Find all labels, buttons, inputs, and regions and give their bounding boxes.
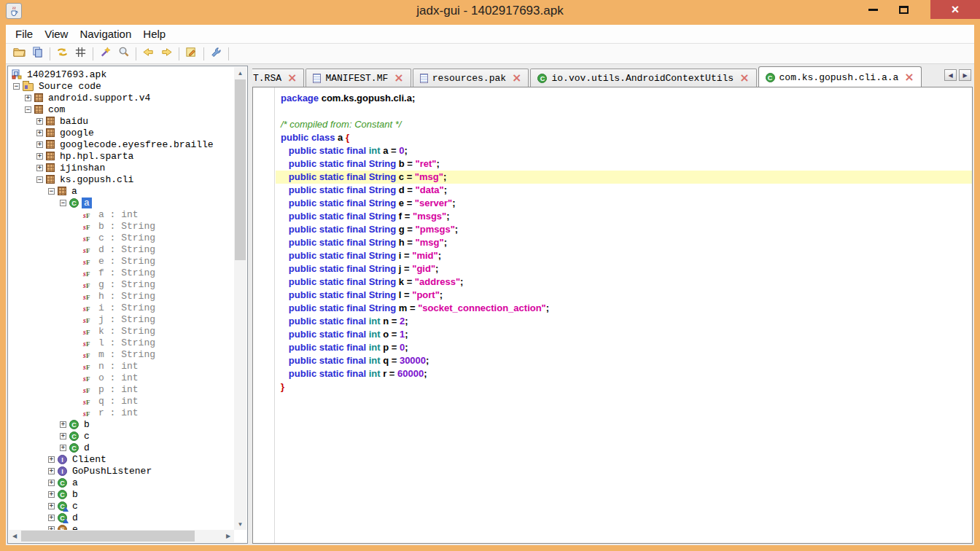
tree-node-baidu[interactable]: +baidu bbox=[9, 115, 234, 127]
expand-toggle-icon[interactable]: + bbox=[60, 433, 66, 439]
toolbar-preferences-button[interactable] bbox=[207, 45, 225, 62]
tree-node-1402917693.apk[interactable]: 1402917693.apk bbox=[9, 69, 234, 80]
expand-toggle-icon[interactable]: + bbox=[48, 468, 55, 474]
expand-toggle-icon[interactable]: + bbox=[25, 95, 31, 101]
menu-help[interactable]: Help bbox=[137, 26, 171, 42]
scroll-right-button[interactable]: ▶ bbox=[222, 530, 234, 542]
tab-close-icon[interactable]: × bbox=[512, 73, 521, 83]
toolbar-save-all-button[interactable] bbox=[28, 45, 47, 62]
toolbar-back-button[interactable] bbox=[139, 45, 158, 62]
tree-node-a[interactable]: −Ca bbox=[9, 197, 234, 208]
expand-toggle-icon[interactable]: + bbox=[60, 445, 66, 451]
scroll-down-button[interactable]: ▼ bbox=[234, 518, 246, 530]
expand-toggle-icon[interactable]: + bbox=[48, 515, 55, 521]
tree-node-google[interactable]: +google bbox=[9, 127, 234, 138]
expand-toggle-icon[interactable]: + bbox=[36, 153, 43, 160]
expand-toggle-icon[interactable]: + bbox=[60, 421, 66, 428]
expand-toggle-icon[interactable]: + bbox=[36, 141, 43, 148]
tree-node-b[interactable]: +Cb bbox=[9, 418, 234, 430]
tree-node-d-string[interactable]: sFd : String bbox=[9, 243, 234, 255]
tab-io.vov.utils.androidcontextutils[interactable]: Cio.vov.utils.AndroidContextUtils× bbox=[530, 69, 756, 87]
toolbar-flat-packages-button[interactable] bbox=[71, 45, 90, 62]
tree-horizontal-scrollbar[interactable]: ◀ ▶ bbox=[9, 530, 234, 542]
tab-scroll-left-button[interactable]: ◀ bbox=[944, 69, 957, 81]
menu-file[interactable]: File bbox=[9, 26, 39, 42]
code-line-highlighted: public static final String c = "msg"; bbox=[276, 171, 972, 184]
minimize-button[interactable] bbox=[859, 0, 887, 19]
tree-node-e-string[interactable]: sFe : String bbox=[9, 255, 234, 267]
tree-node-p-int[interactable]: sFp : int bbox=[9, 383, 234, 395]
tree-node-a[interactable]: −a bbox=[9, 185, 234, 197]
collapse-toggle-icon[interactable]: − bbox=[48, 188, 55, 195]
expand-toggle-icon[interactable]: + bbox=[36, 165, 43, 171]
tree-node-g-string[interactable]: sFg : String bbox=[9, 278, 234, 290]
tree-node-h-string[interactable]: sFh : String bbox=[9, 290, 234, 302]
tab-resources.pak[interactable]: resources.pak× bbox=[413, 69, 529, 87]
expand-toggle-icon[interactable]: + bbox=[36, 118, 43, 125]
tree-node-googlecode.eyesfree.braille[interactable]: +googlecode.eyesfree.braille bbox=[9, 138, 234, 150]
code-area[interactable]: package com.ks.gopush.cli.a; /* compiled… bbox=[276, 87, 972, 543]
collapse-toggle-icon[interactable]: − bbox=[60, 200, 66, 206]
tree-node-o-int[interactable]: sFo : int bbox=[9, 372, 234, 383]
tree-node-gopushlistener[interactable]: +IGoPushListener bbox=[9, 465, 234, 477]
tree-node-b[interactable]: +Cb bbox=[9, 488, 234, 500]
tab-close-icon[interactable]: × bbox=[904, 72, 914, 82]
toolbar-search-button[interactable] bbox=[114, 45, 133, 62]
tree-vertical-scrollbar[interactable]: ▲ ▼ bbox=[234, 67, 246, 530]
tree-node-c-string[interactable]: sFc : String bbox=[9, 232, 234, 243]
vertical-scroll-thumb[interactable] bbox=[235, 79, 246, 260]
menu-navigation[interactable]: Navigation bbox=[74, 26, 137, 42]
tab-t.rsa[interactable]: T.RSA× bbox=[252, 69, 304, 87]
expand-toggle-icon[interactable]: + bbox=[36, 130, 43, 136]
tab-com.ks.gopush.cli.a.a[interactable]: Ccom.ks.gopush.cli.a.a× bbox=[758, 66, 922, 87]
expand-toggle-icon[interactable]: + bbox=[48, 491, 55, 498]
tab-close-icon[interactable]: × bbox=[287, 73, 297, 83]
close-button[interactable]: × bbox=[930, 0, 980, 19]
toolbar-open-file-button[interactable] bbox=[10, 45, 28, 62]
horizontal-scroll-thumb[interactable] bbox=[21, 531, 195, 542]
tree-node-l-string[interactable]: sFl : String bbox=[9, 337, 234, 348]
tree-node-r-int[interactable]: sFr : int bbox=[9, 407, 234, 418]
tree-node-c[interactable]: +Cc bbox=[9, 500, 234, 512]
tree-node-hp.hpl.sparta[interactable]: +hp.hpl.sparta bbox=[9, 150, 234, 162]
toolbar-forward-button[interactable] bbox=[158, 45, 176, 62]
menu-view[interactable]: View bbox=[39, 26, 74, 42]
tree-node-d[interactable]: +Cd bbox=[9, 442, 234, 453]
scroll-up-button[interactable]: ▲ bbox=[234, 67, 246, 79]
scroll-left-button[interactable]: ◀ bbox=[9, 530, 20, 542]
collapse-toggle-icon[interactable]: − bbox=[36, 176, 43, 183]
toolbar-deobfuscation-button[interactable] bbox=[96, 45, 114, 62]
tree-node-com[interactable]: −com bbox=[9, 103, 234, 115]
tree-node-b-string[interactable]: sFb : String bbox=[9, 220, 234, 232]
tree-node-e[interactable]: +Ee bbox=[9, 523, 234, 530]
tree-node-k-string[interactable]: sFk : String bbox=[9, 325, 234, 337]
toolbar-sync-button[interactable] bbox=[53, 45, 71, 62]
code-editor[interactable]: package com.ks.gopush.cli.a; /* compiled… bbox=[252, 87, 973, 544]
tree-node-source-code[interactable]: −Source code bbox=[9, 80, 234, 92]
collapse-toggle-icon[interactable]: − bbox=[13, 83, 20, 90]
tree-node-client[interactable]: +IClient bbox=[9, 453, 234, 465]
tree-node-ijinshan[interactable]: +ijinshan bbox=[9, 162, 234, 173]
collapse-toggle-icon[interactable]: − bbox=[25, 106, 31, 113]
tree-node-android.support.v4[interactable]: +android.support.v4 bbox=[9, 92, 234, 103]
tree-node-d[interactable]: +Cd bbox=[9, 512, 234, 523]
tree-node-m-string[interactable]: sFm : String bbox=[9, 348, 234, 360]
toolbar-log-viewer-button[interactable] bbox=[182, 45, 201, 62]
tree-node-a-int[interactable]: sFa : int bbox=[9, 208, 234, 220]
tree-node-a[interactable]: +Ca bbox=[9, 477, 234, 488]
tab-scroll-right-button[interactable]: ▶ bbox=[959, 69, 971, 81]
tree-node-c[interactable]: +Cc bbox=[9, 430, 234, 442]
expand-toggle-icon[interactable]: + bbox=[48, 503, 55, 509]
tree-node-ks.gopush.cli[interactable]: −ks.gopush.cli bbox=[9, 173, 234, 185]
expand-toggle-icon[interactable]: + bbox=[48, 456, 55, 463]
tab-close-icon[interactable]: × bbox=[394, 73, 403, 83]
tree-node-j-string[interactable]: sFj : String bbox=[9, 313, 234, 325]
expand-toggle-icon[interactable]: + bbox=[48, 480, 55, 486]
tree-node-i-string[interactable]: sFi : String bbox=[9, 302, 234, 313]
tree-node-f-string[interactable]: sFf : String bbox=[9, 267, 234, 278]
tree-node-n-int[interactable]: sFn : int bbox=[9, 360, 234, 372]
maximize-button[interactable] bbox=[890, 0, 917, 19]
tab-manifest.mf[interactable]: MANIFEST.MF× bbox=[306, 69, 411, 87]
tree-node-q-int[interactable]: sFq : int bbox=[9, 395, 234, 407]
tab-close-icon[interactable]: × bbox=[739, 73, 749, 83]
